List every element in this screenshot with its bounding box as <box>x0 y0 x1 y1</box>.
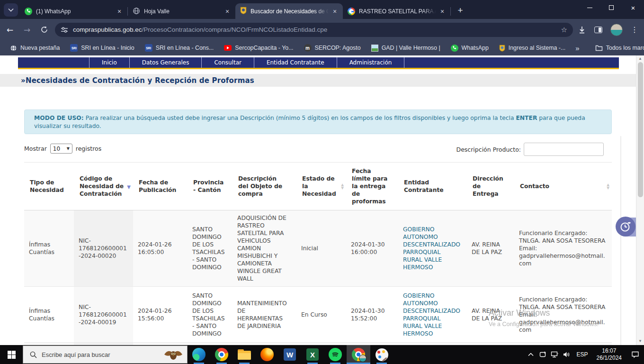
menu-inicio[interactable]: Inicio <box>89 57 130 68</box>
taskbar-paint[interactable] <box>370 345 393 364</box>
tab-close-button[interactable]: × <box>331 7 339 16</box>
bookmarks-bar: Nueva pestaña SRI SRI en Línea - Inicio … <box>0 40 644 55</box>
page-title-bar: »Necesidades de Contratación y Recepción… <box>0 74 636 87</box>
tab-close-button[interactable]: × <box>115 7 124 16</box>
window-controls: × <box>579 0 644 19</box>
scrollbar-thumb[interactable] <box>638 62 643 197</box>
tab-hoja-valle[interactable]: Hoja Valle × <box>128 4 235 19</box>
bookmark-star-icon[interactable]: ☆ <box>561 26 567 34</box>
menu-administracion[interactable]: Administración <box>337 57 405 68</box>
forward-button[interactable]: → <box>20 23 34 37</box>
site-info-icon[interactable] <box>61 27 68 33</box>
owl-image <box>163 348 183 361</box>
records-label: registros <box>76 145 101 152</box>
taskbar-firefox[interactable] <box>256 345 278 364</box>
paint-palette-icon <box>376 348 388 361</box>
sri-icon: SRI <box>70 44 78 52</box>
maximize-button[interactable] <box>600 0 622 15</box>
scroll-up-arrow[interactable]: ▲ <box>636 56 644 61</box>
all-bookmarks-button[interactable]: Todos los marcadores <box>590 45 644 51</box>
windows-logo-icon <box>8 351 16 359</box>
cell-fecha-publicacion: 2024-01-26 16:05:00 <box>133 210 188 287</box>
bookmark-sercopcapacita[interactable]: SercopCapacita - Yo... <box>219 45 298 51</box>
cell-entidad-link[interactable]: GOBIERNO AUTONOMO DESCENTRALIZADO PARROQ… <box>398 210 467 287</box>
header-estado[interactable]: Estado de la Necesidad▲▼ <box>296 163 346 210</box>
edge-icon <box>192 348 206 361</box>
cell-descripcion: ADQUISICIÓN DE RASTREO SATELITAL PARA VE… <box>233 210 296 287</box>
bookmark-sercop-agosto[interactable]: m SERCOP: Agosto <box>299 44 366 52</box>
page-scrollbar[interactable]: ▲ ▼ <box>636 55 644 345</box>
tab-search-button[interactable] <box>4 3 18 17</box>
taskbar-search-box[interactable]: Escribe aquí para buscar <box>23 346 188 364</box>
bookmark-whatsapp[interactable]: WhatsApp <box>446 45 494 52</box>
tab-rastreo-satelital[interactable]: RASTREO SATELITAL PARA AUT × <box>343 4 450 19</box>
tab-title: Hoja Valle <box>144 8 221 15</box>
hidden-icons-chevron[interactable] <box>525 345 537 364</box>
taskbar-spotify[interactable] <box>324 345 347 364</box>
usage-label: MODO DE USO: <box>34 115 84 121</box>
chevron-down-icon: ▼ <box>67 146 70 151</box>
reload-button[interactable] <box>37 23 51 37</box>
cell-fecha-limite: 2024-01-30 16:00:00 <box>346 210 398 287</box>
product-filter-label: Descripción Producto: <box>456 146 521 153</box>
cell-descripcion: MANTENIMIENTO DE HERRAMIENTAS DE JARDINE… <box>233 287 296 343</box>
menu-entidad-contratante[interactable]: Entidad Contratante <box>254 57 337 68</box>
downloads-icon[interactable] <box>578 26 586 34</box>
browser-extension-widget[interactable] <box>616 216 636 238</box>
chrome-icon <box>215 348 228 361</box>
bookmark-gad-valle-hermoso[interactable]: GAD | Valle Hermoso | <box>366 45 446 52</box>
header-entidad: Entidad Contratante <box>398 163 467 210</box>
chrome-icon <box>352 348 365 361</box>
taskbar-file-explorer[interactable] <box>233 345 256 364</box>
back-button[interactable]: ← <box>3 23 17 37</box>
bookmark-sri-inicio[interactable]: SRI SRI en Línea - Inicio <box>65 44 139 52</box>
google-icon <box>348 8 355 15</box>
network-icon[interactable] <box>549 345 561 364</box>
side-panel-icon[interactable] <box>594 27 602 33</box>
new-tab-button[interactable]: + <box>454 4 467 17</box>
url-text[interactable]: compraspublicas.gob.ec/ProcesoContrataci… <box>73 26 327 33</box>
rotation-lock-icon[interactable] <box>537 345 549 364</box>
start-button[interactable] <box>0 345 23 364</box>
product-description-input[interactable] <box>524 143 604 156</box>
windows-activation-watermark-sub: Ve a Configuración para activar Windows. <box>489 321 599 328</box>
tab-buscador-necesidades-active[interactable]: Buscador de Necesidades de Co × <box>235 3 343 19</box>
taskbar-clock[interactable]: 16:07 26/1/2024 <box>592 347 626 362</box>
minimize-button[interactable] <box>579 0 600 15</box>
records-per-page-select[interactable]: 10 ▼ <box>50 144 72 154</box>
header-contacto[interactable]: Contacto▲▼ <box>514 163 612 210</box>
taskbar-edge[interactable] <box>188 345 210 364</box>
usage-note: MODO DE USO: Para realizar una búsqueda … <box>24 109 612 134</box>
menu-datos-generales[interactable]: Datos Generales <box>130 57 202 68</box>
taskbar-chrome-active-window[interactable] <box>347 345 370 364</box>
tab-title: (1) WhatsApp <box>36 8 113 15</box>
address-bar[interactable]: compraspublicas.gob.ec/ProcesoContrataci… <box>55 23 573 37</box>
clock-time: 16:07 <box>602 347 616 354</box>
profile-avatar[interactable] <box>610 24 623 36</box>
menu-consultar[interactable]: Consultar <box>202 57 254 68</box>
taskbar-word[interactable]: W <box>278 345 301 364</box>
chevron-down-icon <box>8 8 14 12</box>
search-icon <box>30 351 37 358</box>
bookmarks-overflow-chevron[interactable]: » <box>571 44 584 52</box>
close-window-button[interactable]: × <box>622 0 644 15</box>
bookmark-label: SERCOP: Agosto <box>315 45 361 51</box>
bookmark-ingreso-sistema[interactable]: Ingreso al Sistema -... <box>494 45 571 52</box>
cell-entidad-link[interactable]: GOBIERNO AUTONOMO DESCENTRALIZADO PARROQ… <box>398 287 467 343</box>
tab-close-button[interactable]: × <box>223 7 232 16</box>
bookmark-sri-consultas[interactable]: SRI SRI en Línea - Cons... <box>140 44 219 52</box>
taskbar-excel[interactable]: X <box>301 345 324 364</box>
tab-whatsapp[interactable]: (1) WhatsApp × <box>20 4 127 19</box>
scroll-down-arrow[interactable]: ▼ <box>636 339 644 343</box>
product-filter: Descripción Producto: <box>456 143 604 156</box>
tab-close-button[interactable]: × <box>438 7 447 16</box>
bookmark-nueva-pestana[interactable]: Nueva pestaña <box>5 45 65 52</box>
language-indicator[interactable]: ESP <box>572 351 592 358</box>
volume-icon[interactable] <box>561 345 572 364</box>
taskbar-chrome[interactable] <box>210 345 233 364</box>
cell-tipo: Ínfimas Cuantías <box>24 210 74 287</box>
browser-menu-icon[interactable]: ⋮ <box>631 25 638 34</box>
timer-clock-icon <box>616 217 635 237</box>
header-codigo[interactable]: Código de Necesidad de Contratación▼ <box>74 163 133 210</box>
action-center-icon[interactable] <box>626 345 644 364</box>
